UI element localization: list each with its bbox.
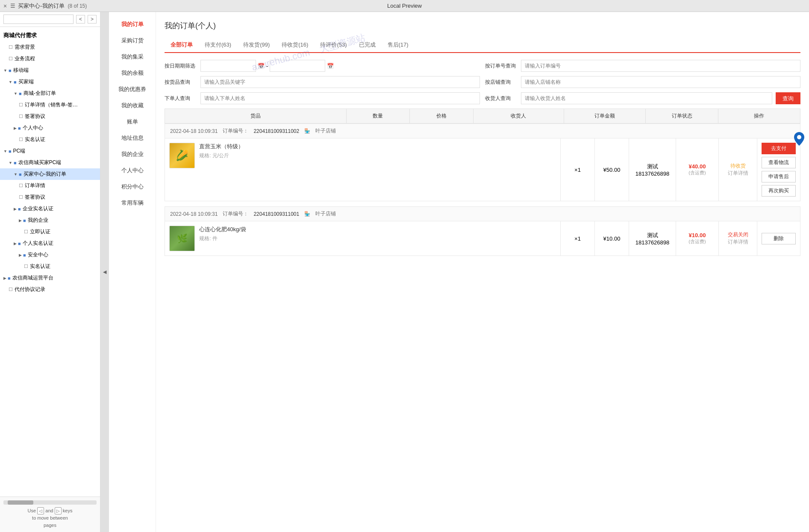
nav-next-button[interactable]: > bbox=[88, 15, 97, 24]
sidebar-item-wo-de-ji[interactable]: 我的集采 bbox=[109, 49, 156, 65]
receiver-phone-2: 18137626898 bbox=[635, 239, 670, 246]
left-panel-footer: Use ◁ and ▷ keys to move between pages bbox=[0, 497, 100, 532]
nav-prev-button[interactable]: < bbox=[76, 15, 85, 24]
tree-dai-fu[interactable]: ☐ 代付协议记录 bbox=[0, 284, 100, 295]
order-block-header-1: 2022-04-18 10:09:31 订单编号： 22041810093110… bbox=[165, 124, 800, 138]
collapse-icon: ▼ bbox=[14, 172, 18, 176]
store-input[interactable] bbox=[521, 76, 800, 88]
tree-ge-ren-shi-ming[interactable]: ▶ ■ 个人实名认证 bbox=[0, 238, 100, 249]
collapse-icon: ▶ bbox=[14, 126, 17, 130]
tree-shi-ming-ren-zheng[interactable]: ☐ 实名认证 bbox=[0, 261, 100, 272]
sidebar-item-di-zhi[interactable]: 地址信息 bbox=[109, 130, 156, 146]
tab-all[interactable]: 全部订单 bbox=[165, 38, 199, 53]
order-date-1: 2022-04-18 10:09:31 bbox=[170, 128, 218, 134]
date-start-input[interactable] bbox=[200, 60, 256, 72]
tree-pc-duan[interactable]: ▼ ■ PC端 bbox=[0, 145, 100, 157]
rebuy-button-1[interactable]: 再次购买 bbox=[762, 185, 796, 197]
tree-li-ji[interactable]: ☐ 立即认证 bbox=[0, 226, 100, 238]
tree-nong-xin[interactable]: ▼ ■ 农信商城买家PC端 bbox=[0, 157, 100, 168]
nav-sidebar: 我的订单 采购订货 我的集采 我的余额 我的优惠券 我的收藏 账单 地址信息 我… bbox=[109, 12, 156, 532]
tree-label: 我的企业 bbox=[28, 217, 48, 224]
submitter-input[interactable] bbox=[200, 92, 480, 104]
date-filter-label: 按日期期筛选 bbox=[165, 62, 195, 70]
sidebar-item-ji-fen[interactable]: 积分中心 bbox=[109, 179, 156, 195]
store-name-1: 叶子店铺 bbox=[315, 127, 336, 135]
sidebar-item-ge-ren[interactable]: 个人中心 bbox=[109, 162, 156, 179]
preview-title: Local Preview bbox=[387, 3, 422, 9]
query-button[interactable]: 查询 bbox=[776, 92, 800, 104]
sidebar-item-cai-gou[interactable]: 采购订货 bbox=[109, 32, 156, 49]
tree-shang-dai-fu[interactable]: 商城代付需求 bbox=[0, 29, 100, 41]
tree-label: 签署协议 bbox=[25, 194, 45, 201]
aftersale-button-1[interactable]: 申请售后 bbox=[762, 171, 796, 182]
tree-label: 立即认证 bbox=[30, 228, 50, 235]
tree-dan-xiang-2[interactable]: ☐ 订单详情 bbox=[0, 180, 100, 191]
tree-mai-jia[interactable]: ▼ ■ 买家端 bbox=[0, 76, 100, 88]
amount-note-2: (含运费) bbox=[688, 238, 706, 245]
sidebar-item-wo-de-yu[interactable]: 我的余额 bbox=[109, 65, 156, 81]
tree-label: 移动端 bbox=[13, 67, 29, 74]
folder-icon: ■ bbox=[8, 276, 11, 281]
price-cell-2: ¥10.00 bbox=[595, 221, 629, 256]
tree-ge-ren[interactable]: ▶ ■ 个人中心 bbox=[0, 122, 100, 134]
logistics-button-1[interactable]: 查看物流 bbox=[762, 157, 796, 168]
pay-button-1[interactable]: 去支付 bbox=[762, 143, 796, 154]
tree-xu-qiu[interactable]: ☐ 需求背景 bbox=[0, 41, 100, 53]
tree-label: 实名认证 bbox=[30, 263, 50, 270]
sidebar-item-wo-de-dan[interactable]: 我的订单 bbox=[109, 16, 156, 32]
close-button[interactable]: × bbox=[3, 3, 7, 9]
tab-review[interactable]: 待评价(53) bbox=[314, 38, 353, 53]
tree-mai-jia-zhong-xin[interactable]: ▼ ■ 买家中心-我的订单 bbox=[0, 168, 100, 180]
amount-note-1: (含运费) bbox=[688, 170, 706, 176]
tree-qian-shu[interactable]: ☐ 签署协议 bbox=[0, 111, 100, 122]
order-detail-link-2[interactable]: 订单详情 bbox=[728, 238, 748, 246]
collapse-arrow[interactable]: ◀ bbox=[103, 269, 106, 275]
product-name-2: 心连心化肥40kg/袋 bbox=[199, 226, 556, 233]
tab-after[interactable]: 售后(17) bbox=[382, 38, 415, 53]
tree-an-quan[interactable]: ▶ ■ 安全中心 bbox=[0, 249, 100, 261]
tab-pay[interactable]: 待支付(63) bbox=[199, 38, 237, 53]
sidebar-item-chang-yong[interactable]: 常用车辆 bbox=[109, 195, 156, 211]
th-goods: 货品 bbox=[165, 109, 347, 123]
doc-icon: ☐ bbox=[19, 137, 23, 142]
search-input[interactable] bbox=[3, 15, 74, 24]
sidebar-item-zhang-dan[interactable]: 账单 bbox=[109, 114, 156, 130]
th-receiver: 收货人 bbox=[474, 109, 564, 123]
sidebar-item-qi-ye[interactable]: 我的企业 bbox=[109, 146, 156, 162]
date-end-input[interactable] bbox=[270, 60, 325, 72]
doc-icon: ☐ bbox=[9, 287, 13, 292]
folder-icon: ■ bbox=[18, 206, 21, 212]
order-no-input[interactable] bbox=[521, 60, 800, 72]
tree-shi-ming[interactable]: ☐ 实名认证 bbox=[0, 134, 100, 145]
tree-wo-de-qi-ye[interactable]: ▶ ■ 我的企业 bbox=[0, 215, 100, 226]
order-no-label: 按订单号查询 bbox=[485, 62, 516, 70]
qty-cell-2: ×1 bbox=[561, 221, 595, 256]
horizontal-scrollbar[interactable] bbox=[3, 500, 97, 505]
product-cell-1: 🌽 直营玉米（特级） 规格: 元/公斤 bbox=[165, 138, 561, 201]
status-cell-2: 交易关闭 订单详情 bbox=[719, 221, 757, 256]
tree-yi-dong[interactable]: ▼ ■ 移动端 bbox=[0, 65, 100, 76]
delete-button-2[interactable]: 删除 bbox=[762, 233, 796, 244]
tree-dan-xiang[interactable]: ☐ 订单详情（销售单-签… bbox=[0, 99, 100, 111]
th-price: 价格 bbox=[410, 109, 474, 123]
tree-shang-cheng[interactable]: ▼ ■ 商城-全部订单 bbox=[0, 88, 100, 99]
product-name-1: 直营玉米（特级） bbox=[199, 143, 556, 150]
mid-panel[interactable]: ◀ bbox=[100, 12, 109, 532]
order-detail-link-1[interactable]: 订单详情 bbox=[728, 170, 748, 177]
tree-qi-ye-shi-ming[interactable]: ▶ ■ 企业实名认证 bbox=[0, 203, 100, 215]
order-block-1: 2022-04-18 10:09:31 订单编号： 22041810093110… bbox=[165, 123, 800, 201]
tab-receive[interactable]: 待收货(16) bbox=[276, 38, 314, 53]
ops-cell-1: 去支付 查看物流 申请售后 再次购买 bbox=[757, 138, 800, 201]
sidebar-item-shou-cang[interactable]: 我的收藏 bbox=[109, 97, 156, 114]
tree-qian-shu-2[interactable]: ☐ 签署协议 bbox=[0, 191, 100, 203]
tab-done[interactable]: 已完成 bbox=[353, 38, 382, 53]
tree-nong-xin-yun-ying[interactable]: ▶ ■ 农信商城运营平台 bbox=[0, 272, 100, 284]
tab-ship[interactable]: 待发货(99) bbox=[237, 38, 276, 53]
key-left: ◁ bbox=[37, 507, 44, 514]
sidebar-item-you-hui[interactable]: 我的优惠券 bbox=[109, 81, 156, 97]
receiver-input[interactable] bbox=[521, 92, 772, 104]
tree-ye-wu[interactable]: ☐ 业务流程 bbox=[0, 53, 100, 65]
folder-icon: ■ bbox=[19, 91, 22, 96]
goods-input[interactable] bbox=[200, 76, 480, 88]
th-qty: 数量 bbox=[347, 109, 410, 123]
